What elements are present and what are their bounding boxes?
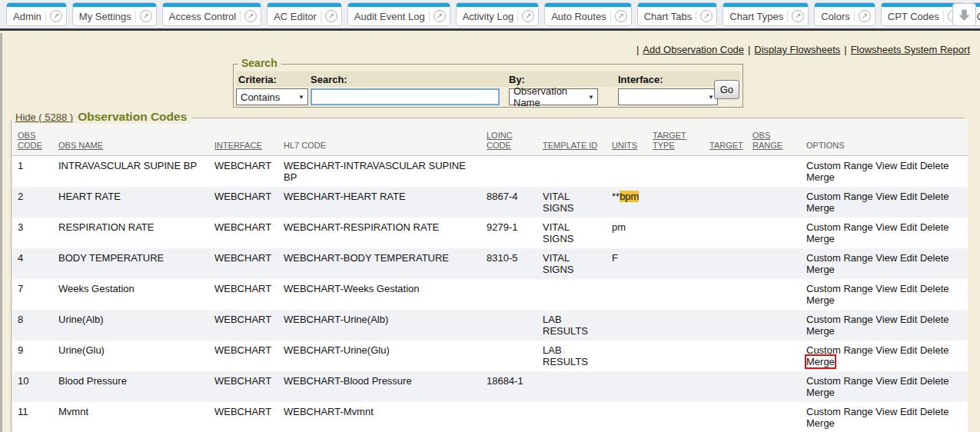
cell-interface: WEBCHART [208,218,277,248]
option-view-link[interactable]: View [875,191,897,202]
option-view-link[interactable]: View [875,344,897,356]
option-edit-link[interactable]: Edit [900,252,917,264]
tab-audit-event-log[interactable]: Audit Event Log ↗ [347,2,450,26]
col-header-units: UNITS [606,118,646,156]
interface-select[interactable]: ▼ [618,88,718,105]
option-delete-link[interactable]: Delete [920,160,949,171]
option-view-link[interactable]: View [875,160,897,171]
sort-interface[interactable]: INTERFACE [214,141,262,150]
hide-count-link[interactable]: Hide ( 5288 ) [15,111,73,123]
option-custom-range-link[interactable]: Custom Range [806,344,873,356]
option-delete-link[interactable]: Delete [920,221,949,233]
tab-chart-types[interactable]: Chart Types ↗ [723,2,809,26]
option-delete-link[interactable]: Delete [920,406,949,417]
open-in-new-window-icon[interactable]: ↗ [792,10,804,22]
tab-ac-editor[interactable]: AC Editor ↗ [267,2,342,26]
option-delete-link[interactable]: Delete [920,283,949,294]
cell-units: **bpm [606,187,646,218]
option-merge-link[interactable]: Merge [806,387,835,398]
tab-label: Activity Log [463,11,513,22]
sort-obs-name[interactable]: OBS NAME [58,141,103,150]
option-edit-link[interactable]: Edit [900,160,917,171]
option-view-link[interactable]: View [875,406,897,417]
open-in-new-window-icon[interactable]: ↗ [325,10,337,22]
option-custom-range-link[interactable]: Custom Range [806,283,873,294]
tab-label: Colors [821,11,850,22]
open-in-new-window-icon[interactable]: ↗ [615,10,627,22]
open-in-new-window-icon[interactable]: ↗ [434,10,446,22]
option-merge-link-highlighted[interactable]: Merge [806,356,835,367]
tab-access-control[interactable]: Access Control ↗ [162,2,261,26]
sort-target[interactable]: TARGET [709,141,743,150]
tab-overflow-button[interactable] [952,3,976,26]
option-custom-range-link[interactable]: Custom Range [806,252,873,264]
option-custom-range-link[interactable]: Custom Range [806,406,873,417]
option-edit-link[interactable]: Edit [900,221,917,233]
option-delete-link[interactable]: Delete [920,344,949,356]
tab-activity-log[interactable]: Activity Log ↗ [456,2,539,26]
option-merge-link[interactable]: Merge [806,171,835,183]
option-edit-link[interactable]: Edit [900,314,917,325]
option-delete-link[interactable]: Delete [920,375,949,387]
link-separator: | [844,44,846,55]
option-merge-link[interactable]: Merge [806,202,835,214]
col-header-obs-name: OBS NAME [52,118,208,156]
tab-colors[interactable]: Colors ↗ [814,2,875,26]
sort-obs-range[interactable]: OBS RANGE [752,131,782,150]
option-edit-link[interactable]: Edit [900,406,917,417]
cell-obs-range [746,187,800,218]
option-edit-link[interactable]: Edit [900,375,917,387]
option-delete-link[interactable]: Delete [920,252,949,264]
sort-loinc-code[interactable]: LOINC CODE [487,131,513,150]
open-in-new-window-icon[interactable]: ↗ [700,10,713,22]
cell-target-type [646,402,703,432]
tab-auto-routes[interactable]: Auto Routes ↗ [544,2,632,26]
obs-table-header-row: OBS CODEOBS NAMEINTERFACEHL7 CODELOINC C… [12,118,968,156]
by-label: By: [509,74,618,85]
tab-admin[interactable]: Admin ↗ [6,2,67,26]
open-in-new-window-icon[interactable]: ↗ [50,10,62,22]
by-select[interactable]: Observation Name ▼ [509,88,598,105]
option-delete-link[interactable]: Delete [920,191,949,202]
tab-divider [696,11,696,22]
option-view-link[interactable]: View [875,314,897,325]
option-view-link[interactable]: View [875,283,897,294]
cell-obs-name: RESPIRATION RATE [52,218,208,248]
tab-my-settings[interactable]: My Settings ↗ [72,2,157,26]
display-flowsheets-link[interactable]: Display Flowsheets [754,44,840,55]
option-edit-link[interactable]: Edit [900,283,917,294]
search-input[interactable] [311,88,500,105]
option-edit-link[interactable]: Edit [900,344,917,356]
add-observation-code-link[interactable]: Add Observation Code [643,44,744,55]
open-in-new-window-icon[interactable]: ↗ [859,10,871,22]
cell-units: pm [606,218,646,248]
cell-target-type [646,310,703,341]
option-view-link[interactable]: View [875,252,897,264]
option-custom-range-link[interactable]: Custom Range [806,375,873,387]
option-merge-link[interactable]: Merge [806,417,835,429]
option-merge-link[interactable]: Merge [806,264,835,275]
open-in-new-window-icon[interactable]: ↗ [244,10,257,22]
sort-target-type[interactable]: TARGET TYPE [653,131,686,150]
go-button[interactable]: Go [714,80,739,99]
cell-target [703,310,746,341]
open-in-new-window-icon[interactable]: ↗ [140,10,152,22]
flowsheets-system-report-link[interactable]: Flowsheets System Report [851,44,970,55]
option-edit-link[interactable]: Edit [900,191,917,202]
open-in-new-window-icon[interactable]: ↗ [522,10,534,22]
sort-obs-code[interactable]: OBS CODE [18,131,42,150]
criteria-select[interactable]: Contains ▼ [236,88,308,105]
option-merge-link[interactable]: Merge [806,294,835,306]
option-delete-link[interactable]: Delete [920,314,949,325]
option-view-link[interactable]: View [875,375,897,387]
option-custom-range-link[interactable]: Custom Range [806,314,873,325]
option-merge-link[interactable]: Merge [806,325,835,337]
option-merge-link[interactable]: Merge [806,233,835,244]
sort-template-id[interactable]: TEMPLATE ID [543,141,597,150]
tab-chart-tabs[interactable]: Chart Tabs ↗ [637,2,718,26]
option-view-link[interactable]: View [875,221,897,233]
sort-units[interactable]: UNITS [612,141,637,150]
option-custom-range-link[interactable]: Custom Range [806,191,873,202]
option-custom-range-link[interactable]: Custom Range [806,221,873,233]
option-custom-range-link[interactable]: Custom Range [806,160,873,171]
